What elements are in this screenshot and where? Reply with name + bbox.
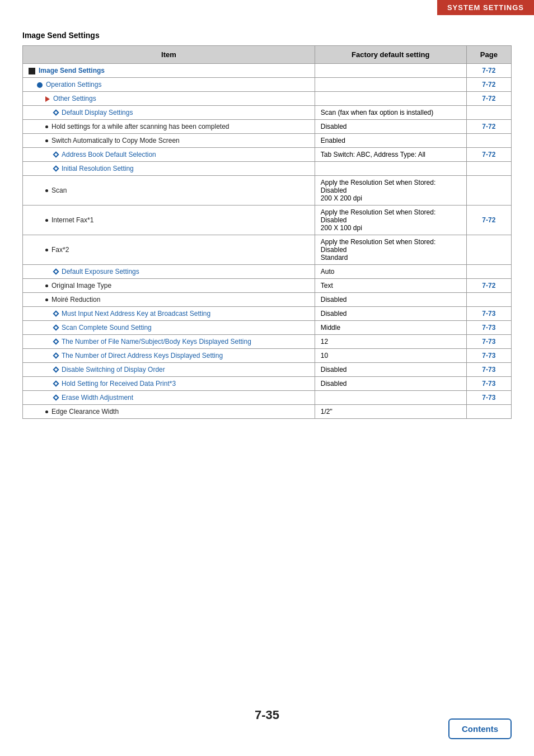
row-factory-8: Apply the Resolution Set when Stored: Di… — [315, 176, 466, 206]
row-item-2: Other Settings — [23, 92, 315, 106]
table-row: Original Image TypeText7-72 — [23, 279, 512, 293]
row-item-6: Address Book Default Selection — [23, 148, 315, 162]
row-factory-5: Enabled — [315, 134, 466, 148]
row-item-1: Operation Settings — [23, 78, 315, 92]
row-page-3 — [466, 106, 511, 120]
row-item-0: Image Send Settings — [23, 64, 315, 78]
table-row: Default Display SettingsScan (fax when f… — [23, 106, 512, 120]
row-factory-7 — [315, 162, 466, 176]
row-item-11: Default Exposure Settings — [23, 265, 315, 279]
table-row: ScanApply the Resolution Set when Stored… — [23, 176, 512, 206]
row-factory-15: Middle — [315, 321, 466, 335]
row-page-2: 7-72 — [466, 92, 511, 106]
row-item-5: Switch Automatically to Copy Mode Screen — [23, 134, 315, 148]
row-page-14: 7-73 — [466, 307, 511, 321]
row-item-3: Default Display Settings — [23, 106, 315, 120]
row-item-7: Initial Resolution Setting — [23, 162, 315, 176]
settings-table: Item Factory default setting Page Image … — [22, 45, 512, 419]
row-page-13 — [466, 293, 511, 307]
row-page-20: 7-73 — [466, 391, 511, 405]
row-item-10: Fax*2 — [23, 235, 315, 265]
table-row: The Number of Direct Address Keys Displa… — [23, 349, 512, 363]
table-row: Erase Width Adjustment7-73 — [23, 391, 512, 405]
table-row: Internet Fax*1Apply the Resolution Set w… — [23, 206, 512, 235]
row-page-1: 7-72 — [466, 78, 511, 92]
row-factory-2 — [315, 92, 466, 106]
table-row: Scan Complete Sound SettingMiddle7-73 — [23, 321, 512, 335]
row-page-17: 7-73 — [466, 349, 511, 363]
table-row: Hold settings for a while after scanning… — [23, 120, 512, 134]
table-row: Default Exposure SettingsAuto — [23, 265, 512, 279]
row-factory-21: 1/2" — [315, 405, 466, 419]
row-page-16: 7-73 — [466, 335, 511, 349]
table-row: The Number of File Name/Subject/Body Key… — [23, 335, 512, 349]
row-item-20: Erase Width Adjustment — [23, 391, 315, 405]
row-item-19: Hold Setting for Received Data Print*3 — [23, 377, 315, 391]
row-factory-6: Tab Switch: ABC, Address Type: All — [315, 148, 466, 162]
row-page-0: 7-72 — [466, 64, 511, 78]
row-item-8: Scan — [23, 176, 315, 206]
row-factory-19: Disabled — [315, 377, 466, 391]
table-row: Must Input Next Address Key at Broadcast… — [23, 307, 512, 321]
row-factory-11: Auto — [315, 265, 466, 279]
section-title: Image Send Settings — [22, 31, 512, 40]
row-page-21 — [466, 405, 511, 419]
row-item-12: Original Image Type — [23, 279, 315, 293]
row-page-4: 7-72 — [466, 120, 511, 134]
row-factory-10: Apply the Resolution Set when Stored: Di… — [315, 235, 466, 265]
row-page-19: 7-73 — [466, 377, 511, 391]
row-page-18: 7-73 — [466, 363, 511, 377]
table-row: Disable Switching of Display OrderDisabl… — [23, 363, 512, 377]
system-settings-title: SYSTEM SETTINGS — [447, 3, 524, 12]
row-item-16: The Number of File Name/Subject/Body Key… — [23, 335, 315, 349]
row-factory-18: Disabled — [315, 363, 466, 377]
row-factory-13: Disabled — [315, 293, 466, 307]
row-page-5 — [466, 134, 511, 148]
row-factory-20 — [315, 391, 466, 405]
row-item-9: Internet Fax*1 — [23, 206, 315, 235]
row-page-10 — [466, 235, 511, 265]
system-settings-bar: SYSTEM SETTINGS — [437, 0, 534, 15]
table-row: Fax*2Apply the Resolution Set when Store… — [23, 235, 512, 265]
table-row: Edge Clearance Width1/2" — [23, 405, 512, 419]
row-page-6: 7-72 — [466, 148, 511, 162]
row-page-7 — [466, 162, 511, 176]
table-row: Switch Automatically to Copy Mode Screen… — [23, 134, 512, 148]
row-factory-12: Text — [315, 279, 466, 293]
row-page-11 — [466, 265, 511, 279]
row-item-15: Scan Complete Sound Setting — [23, 321, 315, 335]
table-row: Moiré ReductionDisabled — [23, 293, 512, 307]
table-row: Initial Resolution Setting — [23, 162, 512, 176]
col-header-page: Page — [466, 46, 511, 64]
row-factory-1 — [315, 78, 466, 92]
row-factory-9: Apply the Resolution Set when Stored: Di… — [315, 206, 466, 235]
row-factory-16: 12 — [315, 335, 466, 349]
row-factory-4: Disabled — [315, 120, 466, 134]
contents-button[interactable]: Contents — [448, 718, 512, 739]
col-header-item: Item — [23, 46, 315, 64]
row-item-17: The Number of Direct Address Keys Displa… — [23, 349, 315, 363]
row-factory-17: 10 — [315, 349, 466, 363]
row-item-14: Must Input Next Address Key at Broadcast… — [23, 307, 315, 321]
table-row: Operation Settings7-72 — [23, 78, 512, 92]
row-page-15: 7-73 — [466, 321, 511, 335]
row-page-8 — [466, 176, 511, 206]
row-item-18: Disable Switching of Display Order — [23, 363, 315, 377]
row-item-21: Edge Clearance Width — [23, 405, 315, 419]
row-factory-14: Disabled — [315, 307, 466, 321]
row-item-4: Hold settings for a while after scanning… — [23, 120, 315, 134]
table-row: Hold Setting for Received Data Print*3Di… — [23, 377, 512, 391]
row-factory-0 — [315, 64, 466, 78]
row-page-9: 7-72 — [466, 206, 511, 235]
row-item-13: Moiré Reduction — [23, 293, 315, 307]
row-page-12: 7-72 — [466, 279, 511, 293]
table-row: Image Send Settings7-72 — [23, 64, 512, 78]
table-row: Other Settings7-72 — [23, 92, 512, 106]
table-row: Address Book Default SelectionTab Switch… — [23, 148, 512, 162]
col-header-factory: Factory default setting — [315, 46, 466, 64]
row-factory-3: Scan (fax when fax option is installed) — [315, 106, 466, 120]
